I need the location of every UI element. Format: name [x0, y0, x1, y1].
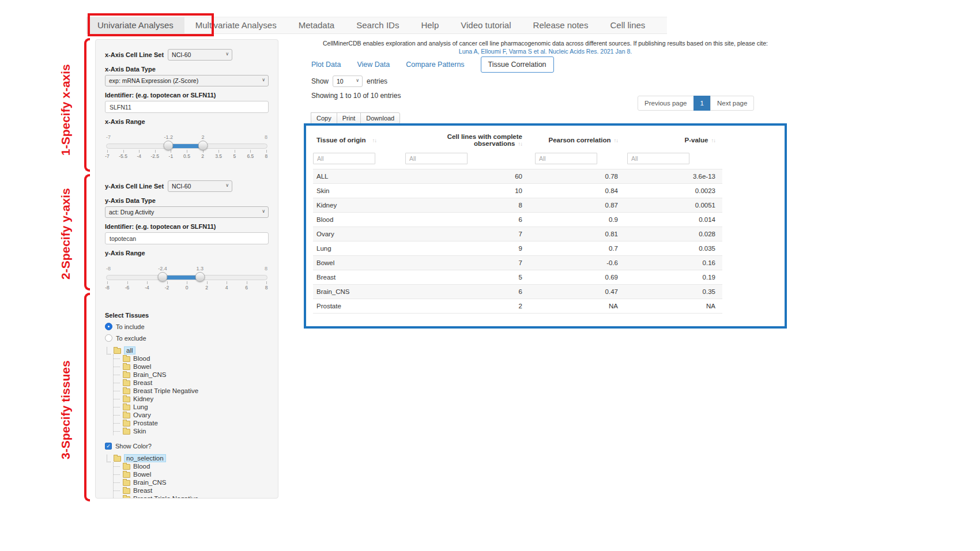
tree-node-tissue[interactable]: Prostate [114, 419, 269, 427]
next-page-button[interactable]: Next page [710, 96, 754, 111]
table-row[interactable]: ALL 60 0.78 3.6e-13 [313, 169, 722, 184]
table-row[interactable]: Brain_CNS 6 0.47 0.35 [313, 285, 722, 299]
y-axis-range-slider[interactable]: -8 8 -2.4 1.3 -8-6-4-202468 [106, 266, 267, 299]
nav-item[interactable]: Search IDs [345, 17, 410, 33]
tree-node-tissue[interactable]: Skin [114, 427, 269, 435]
slider-from-value: -2.4 [158, 266, 167, 271]
current-page-button[interactable]: 1 [693, 96, 711, 111]
nav-item[interactable]: Univariate Analyses [86, 17, 184, 33]
cell-tissue: Kidney [313, 198, 405, 213]
tree-node-all[interactable]: all [105, 346, 269, 354]
export-button[interactable]: Copy [311, 112, 337, 124]
tab[interactable]: Plot Data [311, 61, 341, 69]
table-row[interactable]: Prostate 2 NA NA [313, 299, 722, 314]
citation-reference-link[interactable]: Luna A, Elloumi F, Varma S et al. Nuclei… [304, 48, 787, 55]
tree-node-tissue[interactable]: Blood [114, 462, 269, 470]
tissue-correlation-table: Tissue of origin ↑↓ Cell lines with comp… [313, 128, 722, 314]
nav-item[interactable]: Multivariate Analyses [184, 17, 288, 33]
export-buttons: Copy Print Download [311, 112, 400, 124]
page-size-select[interactable]: 10 [333, 76, 363, 87]
tree-item-label: Breast [133, 487, 152, 494]
cell-pearson: 0.84 [535, 184, 627, 198]
tree-node-tissue[interactable]: Breast [114, 379, 269, 387]
tree-node-tissue[interactable]: Breast Triple Negative [114, 495, 269, 499]
annotation-bracket-y-axis [84, 174, 90, 290]
table-row[interactable]: Breast 5 0.69 0.19 [313, 270, 722, 285]
tree-item-label: Breast Triple Negative [133, 495, 198, 499]
tissue-filter-radio[interactable]: To exclude [105, 334, 269, 342]
slider-handle-to[interactable] [198, 141, 208, 150]
x-axis-cell-line-set-select[interactable]: NCI-60 [168, 49, 232, 61]
tree-node-tissue[interactable]: Brain_CNS [114, 371, 269, 379]
cell-tissue: Ovary [313, 227, 405, 241]
y-axis-data-type-select[interactable]: act: Drug Activity [105, 206, 269, 218]
sort-icon[interactable]: ↑↓ [711, 137, 716, 144]
previous-page-button[interactable]: Previous page [638, 96, 694, 111]
table-row[interactable]: Blood 6 0.9 0.014 [313, 213, 722, 227]
show-color-checkbox[interactable]: Show Color? [105, 443, 269, 450]
tree-node-tissue[interactable]: Kidney [114, 395, 269, 403]
x-axis-cell-line-set-value: NCI-60 [168, 49, 232, 61]
x-axis-range-slider[interactable]: -7 8 -1.2 2 -7-5.5-4-2.5-10.523.556.58 [106, 134, 267, 168]
export-button[interactable]: Download [360, 112, 400, 124]
export-button[interactable]: Print [337, 112, 361, 124]
column-header-pvalue[interactable]: P-value↑↓ [627, 128, 722, 151]
folder-icon [123, 464, 130, 470]
tree-item-label: Breast Triple Negative [133, 387, 198, 394]
sort-icon[interactable]: ↑↓ [372, 137, 377, 144]
tab[interactable]: Tissue Correlation [481, 56, 554, 73]
tree-node-tissue[interactable]: Breast Triple Negative [114, 387, 269, 395]
table-row[interactable]: Kidney 8 0.87 0.0051 [313, 198, 722, 213]
tissue-filter-radio[interactable]: To include [105, 323, 269, 330]
tree-node-tissue[interactable]: Bowel [114, 363, 269, 371]
nav-item[interactable]: Cell lines [599, 17, 656, 33]
tissue-include-tree: all Blood Bowel Brain_ [105, 346, 269, 435]
cell-pearson: 0.7 [535, 241, 627, 256]
filter-input-pvalue[interactable] [627, 153, 689, 164]
tree-item-label: Lung [133, 403, 148, 410]
slider-handle-to[interactable] [195, 272, 205, 282]
cell-count: 6 [405, 213, 535, 227]
nav-item[interactable]: Video tutorial [450, 17, 522, 33]
table-row[interactable]: Lung 9 0.7 0.035 [313, 241, 722, 256]
sort-icon[interactable]: ↑↓ [518, 141, 523, 147]
column-header-tissue[interactable]: Tissue of origin ↑↓ [313, 128, 405, 151]
filter-input-pearson[interactable] [535, 153, 597, 164]
cellminercdb-page: 1-Specify x-axis 2-Specify y-axis 3-Spec… [0, 0, 980, 551]
tree-node-tissue[interactable]: Breast [114, 486, 269, 495]
slider-handle-from[interactable] [164, 141, 174, 150]
tree-node-tissue[interactable]: Lung [114, 403, 269, 411]
sort-icon[interactable]: ↑↓ [614, 137, 619, 144]
slider-handle-from[interactable] [158, 272, 168, 282]
filter-input-cell-lines[interactable] [405, 153, 468, 164]
tree-root-label: all [124, 346, 135, 354]
tree-node-no-selection[interactable]: no_selection [105, 454, 269, 462]
y-axis-identifier-label: Identifier: (e.g. topotecan or SLFN11) [105, 223, 269, 230]
show-label: Show [311, 77, 329, 85]
tree-node-tissue[interactable]: Brain_CNS [114, 478, 269, 486]
table-row[interactable]: Skin 10 0.84 0.0023 [313, 184, 722, 198]
tab[interactable]: Compare Patterns [406, 61, 464, 69]
nav-item[interactable]: Release notes [522, 17, 600, 33]
table-row[interactable]: Bowel 7 -0.6 0.16 [313, 256, 722, 270]
tree-node-tissue[interactable]: Ovary [114, 411, 269, 419]
cell-pearson: NA [535, 299, 627, 314]
y-axis-cell-line-set-select[interactable]: NCI-60 [168, 180, 232, 192]
nav-item[interactable]: Help [410, 17, 450, 33]
column-header-pearson[interactable]: Pearson correlation↑↓ [535, 128, 627, 151]
tab[interactable]: View Data [357, 61, 390, 69]
filter-input-tissue[interactable] [313, 153, 375, 164]
column-header-cell-lines[interactable]: Cell lines with complete observations↑↓ [405, 128, 535, 151]
show-entries-control: Show 10 entries [311, 76, 387, 87]
folder-icon [123, 429, 130, 435]
table-row[interactable]: Ovary 7 0.81 0.028 [313, 227, 722, 241]
tree-node-tissue[interactable]: Blood [114, 354, 269, 363]
x-axis-data-type-value: exp: mRNA Expression (Z-Score) [105, 75, 269, 86]
tree-node-tissue[interactable]: Bowel [114, 470, 269, 478]
nav-item[interactable]: Metadata [288, 17, 346, 33]
x-axis-data-type-select[interactable]: exp: mRNA Expression (Z-Score) [105, 75, 269, 86]
folder-icon [123, 413, 130, 418]
x-axis-identifier-input[interactable] [105, 101, 269, 113]
folder-icon [114, 348, 121, 354]
y-axis-identifier-input[interactable] [105, 232, 269, 244]
